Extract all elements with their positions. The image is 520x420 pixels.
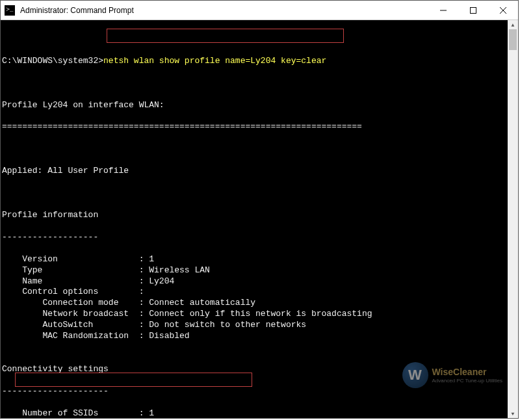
command-text: netsh wlan show profile name=Ly204 key=c… xyxy=(103,56,326,66)
scroll-down-arrow[interactable]: ▼ xyxy=(508,409,518,418)
scroll-up-arrow[interactable]: ▲ xyxy=(508,20,518,29)
minimize-button[interactable] xyxy=(428,1,458,20)
app-window: Administrator: Command Prompt C:\WINDOWS… xyxy=(0,0,519,419)
close-button[interactable] xyxy=(488,1,518,20)
header-separator: ========================================… xyxy=(2,122,518,133)
console-area[interactable]: C:\WINDOWS\system32>netsh wlan show prof… xyxy=(1,20,518,418)
maximize-icon xyxy=(470,7,476,14)
section-profile-info: Profile information xyxy=(2,210,518,221)
svg-rect-1 xyxy=(471,7,476,13)
prompt-path: C:\WINDOWS\system32> xyxy=(2,56,103,66)
section-connectivity: Connectivity settings xyxy=(2,364,518,375)
applied-line: Applied: All User Profile xyxy=(2,166,518,177)
minimize-icon xyxy=(440,7,447,14)
profile-header: Profile Ly204 on interface WLAN: xyxy=(2,100,518,111)
vertical-scrollbar[interactable]: ▲ ▼ xyxy=(508,20,518,418)
window-title: Administrator: Command Prompt xyxy=(19,6,428,15)
title-bar[interactable]: Administrator: Command Prompt xyxy=(1,1,518,20)
watermark-subtitle: Advanced PC Tune-up Utilities xyxy=(432,378,503,384)
window-controls xyxy=(428,1,518,20)
scrollbar-thumb[interactable] xyxy=(509,29,517,50)
cmd-icon xyxy=(5,5,15,16)
maximize-button[interactable] xyxy=(458,1,488,20)
close-icon xyxy=(500,7,506,14)
